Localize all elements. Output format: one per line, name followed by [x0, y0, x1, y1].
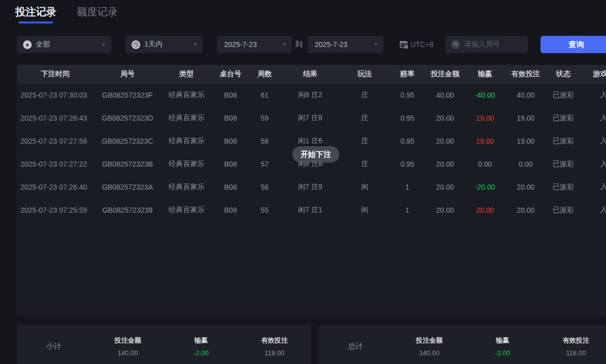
cell-mode: 入座 [581, 152, 606, 175]
cell-play: 闲 [340, 198, 389, 221]
cell-bet: 20.00 [426, 106, 464, 129]
cell-table_no: B08 [212, 175, 249, 198]
cell-odds: 1 [389, 198, 426, 221]
records-table: 下注时间局号类型桌台号局数结果玩法赔率投注金额输赢有效投注状态游戏模式 2025… [17, 65, 606, 317]
column-header: 输赢 [464, 65, 506, 83]
cell-winloss: 19.00 [464, 106, 506, 129]
table-row[interactable]: 2025-07-23 07:30:03GB082572323F经典百家乐B086… [17, 83, 606, 106]
cell-play: 闲 [340, 175, 389, 198]
table-row[interactable]: 2025-07-23 07:28:43GB082572323D经典百家乐B085… [17, 106, 606, 129]
date-from-value: 2025-7-23 [224, 40, 257, 49]
timezone-indicator[interactable]: UTC+8 [399, 36, 434, 53]
cell-status: 已派彩 [546, 175, 581, 198]
cell-time: 2025-07-23 07:25:59 [17, 198, 94, 221]
search-input[interactable]: 局 请输入局号 [445, 36, 528, 53]
cell-bet: 40.00 [426, 83, 464, 106]
date-to-picker[interactable]: 2025-7-23 ▼ [308, 36, 383, 53]
chevron-down-icon: ▼ [101, 42, 106, 47]
top-tabs: 投注记录 额度记录 [15, 5, 118, 24]
column-header: 局号 [94, 65, 161, 83]
query-button[interactable]: 查询 [540, 36, 606, 53]
clock-icon [132, 40, 140, 49]
column-header: 投注金额 [426, 65, 464, 83]
cell-time: 2025-07-23 07:30:03 [17, 83, 94, 106]
cell-time: 2025-07-23 07:26:40 [17, 175, 94, 198]
tab-quota-records[interactable]: 额度记录 [77, 5, 118, 24]
cell-game_id: GB082572323C [94, 129, 161, 152]
date-to-value: 2025-7-23 [315, 40, 348, 49]
cell-bet: 20.00 [426, 129, 464, 152]
subtotal-winloss: 输赢 -2.00 [164, 336, 237, 357]
cell-game_id: GB082572323B [94, 152, 161, 175]
cell-odds: 0.95 [389, 152, 426, 175]
total-label: 总计 [318, 342, 393, 351]
cell-game_id: GB082572323D [94, 106, 161, 129]
stat-value: -2.00 [164, 349, 237, 357]
cell-winloss: 19.00 [464, 129, 506, 152]
column-header: 结果 [280, 65, 340, 83]
cell-valid: 19.00 [506, 129, 546, 152]
cell-round: 56 [249, 175, 280, 198]
subtotal-label: 小计 [17, 342, 91, 351]
time-range-select[interactable]: 1天内 ▼ [125, 36, 203, 53]
cell-type: 经典百家乐 [161, 106, 212, 129]
cell-valid: 20.00 [506, 198, 546, 221]
stat-title: 有效投注 [539, 336, 606, 345]
cell-time: 2025-07-23 07:28:43 [17, 106, 94, 129]
cell-bet: 20.00 [426, 175, 464, 198]
column-header: 赔率 [389, 65, 426, 83]
game-type-select[interactable]: ♠ 全部 ▼ [17, 36, 111, 53]
stat-title: 有效投注 [238, 336, 311, 345]
cell-odds: 0.95 [389, 83, 426, 106]
table-row[interactable]: 2025-07-23 07:26:40GB082572323A经典百家乐B085… [17, 175, 606, 198]
cell-valid: 19.00 [506, 106, 546, 129]
column-header: 桌台号 [212, 65, 249, 83]
total-bet: 投注金额 140.00 [393, 336, 466, 357]
total-panel: 总计 投注金额 140.00 输赢 -2.00 有效投注 118.00 [318, 325, 606, 364]
cell-mode: 入座 [581, 175, 606, 198]
stat-title: 投注金额 [393, 336, 466, 345]
cell-valid: 0.00 [506, 152, 546, 175]
stat-value: 140.00 [91, 349, 164, 357]
date-to-label: 到 [295, 36, 302, 53]
chevron-down-icon: ▼ [282, 42, 287, 47]
cell-table_no: B08 [212, 83, 249, 106]
subtotal-valid: 有效投注 118.00 [238, 336, 311, 357]
cell-status: 已派彩 [546, 106, 581, 129]
cell-winloss: -20.00 [464, 175, 506, 198]
cell-status: 已派彩 [546, 129, 581, 152]
stat-value: -2.00 [466, 349, 539, 357]
cell-type: 经典百家乐 [161, 152, 212, 175]
betting-records-page: { "tabs": [ { "label": "投注记录", "active":… [0, 0, 606, 364]
cell-game_id: GB0825723239 [94, 198, 161, 221]
cell-time: 2025-07-23 07:27:22 [17, 152, 94, 175]
cell-mode: 入座 [581, 106, 606, 129]
column-header: 类型 [161, 65, 212, 83]
cell-play: 庄 [340, 152, 389, 175]
cell-mode: 入座 [581, 83, 606, 106]
game-id-icon: 局 [451, 40, 460, 49]
cell-valid: 40.00 [506, 83, 546, 106]
chevron-down-icon: ▼ [374, 42, 378, 47]
cell-result: 闲7 庄9 [280, 175, 340, 198]
cell-table_no: B08 [212, 152, 249, 175]
cell-play: 庄 [340, 129, 389, 152]
subtotal-bet: 投注金额 140.00 [91, 336, 164, 357]
table-row[interactable]: 2025-07-23 07:25:59GB0825723239经典百家乐B085… [17, 198, 606, 221]
tab-betting-records[interactable]: 投注记录 [15, 5, 56, 24]
date-from-picker[interactable]: 2025-7-23 ▼ [217, 36, 292, 53]
column-header: 局数 [249, 65, 280, 83]
cell-winloss: 0.00 [464, 152, 506, 175]
cell-round: 59 [249, 106, 280, 129]
game-type-value: 全部 [36, 40, 50, 49]
stat-title: 投注金额 [91, 336, 164, 345]
stat-title: 输赢 [466, 336, 539, 345]
cell-bet: 20.00 [426, 198, 464, 221]
cell-table_no: B08 [212, 106, 249, 129]
total-winloss: 输赢 -2.00 [466, 336, 539, 357]
cell-round: 61 [249, 83, 280, 106]
column-header: 玩法 [340, 65, 389, 83]
cell-mode: 入座 [581, 129, 606, 152]
cell-result: 闲8 庄2 [280, 83, 340, 106]
cell-round: 55 [249, 198, 280, 221]
